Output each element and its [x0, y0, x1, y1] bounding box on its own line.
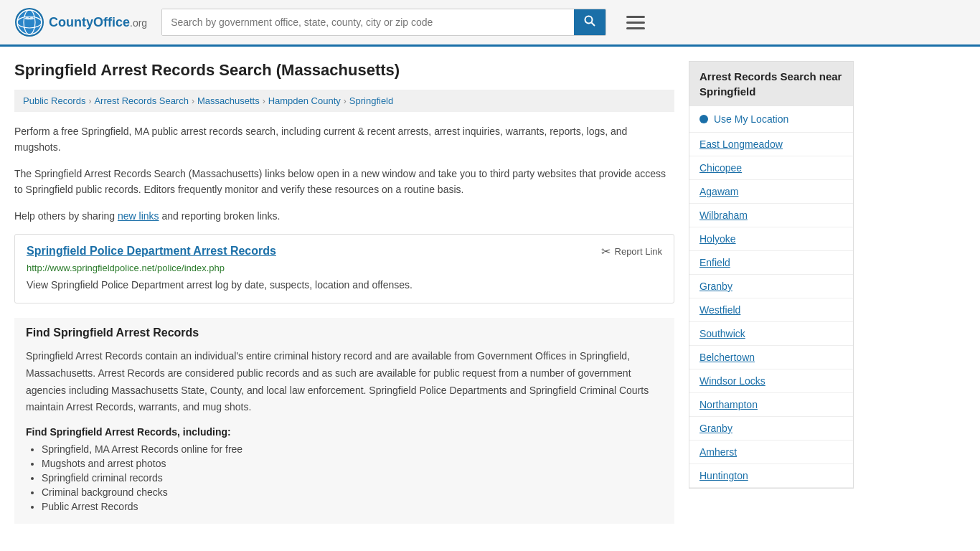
sidebar-nearby-link[interactable]: Granby: [689, 417, 853, 441]
list-item: Springfield criminal records: [42, 472, 663, 484]
breadcrumb-separator: ›: [263, 96, 265, 106]
find-section: Find Springfield Arrest Records Springfi…: [14, 318, 674, 524]
page-title: Springfield Arrest Records Search (Massa…: [14, 61, 674, 80]
list-item: Public Arrest Records: [42, 501, 663, 512]
hamburger-menu-button[interactable]: [621, 13, 651, 32]
sidebar-nearby-link[interactable]: Southwick: [689, 322, 853, 346]
menu-bar-1: [626, 16, 645, 18]
sidebar-nearby-link[interactable]: Huntington: [689, 464, 853, 488]
sidebar-nearby-link[interactable]: Agawam: [689, 180, 853, 204]
description-3: Help others by sharing new links and rep…: [14, 208, 674, 224]
sidebar-nearby-link[interactable]: Wilbraham: [689, 204, 853, 227]
sidebar-nearby-link[interactable]: Westfield: [689, 298, 853, 322]
description-1: Perform a free Springfield, MA public ar…: [14, 123, 674, 156]
site-header: CountyOffice.org: [0, 0, 980, 47]
find-list: Springfield, MA Arrest Records online fo…: [26, 443, 663, 512]
report-icon: ✂: [601, 245, 611, 258]
svg-line-6: [592, 23, 595, 27]
sidebar-title: Arrest Records Search near Springfield: [689, 62, 853, 106]
menu-bar-2: [626, 22, 645, 24]
use-my-location-button[interactable]: Use My Location: [689, 106, 853, 133]
record-url[interactable]: http://www.springfieldpolice.net/police/…: [27, 263, 662, 273]
logo-text: CountyOffice.org: [49, 15, 147, 29]
record-card-header: Springfield Police Department Arrest Rec…: [27, 245, 662, 258]
breadcrumb-item-4[interactable]: Springfield: [349, 95, 393, 106]
breadcrumb-item-3[interactable]: Hampden County: [268, 95, 341, 106]
breadcrumb-item-1[interactable]: Arrest Records Search: [94, 95, 189, 106]
sidebar: Arrest Records Search near Springfield U…: [689, 61, 854, 535]
svg-point-5: [585, 17, 593, 24]
sidebar-nearby-link[interactable]: Granby: [689, 275, 853, 298]
sidebar-nearby-link[interactable]: East Longmeadow: [689, 133, 853, 156]
sidebar-nearby-link[interactable]: Northampton: [689, 393, 853, 417]
search-input[interactable]: [162, 9, 574, 35]
breadcrumb-separator: ›: [344, 96, 347, 106]
menu-bar-3: [626, 27, 645, 29]
record-description: View Springfield Police Department arres…: [27, 278, 662, 293]
content-wrap: Springfield Arrest Records Search (Massa…: [0, 47, 980, 550]
search-bar: [161, 9, 606, 36]
find-sub-title: Find Springfield Arrest Records, includi…: [26, 426, 663, 438]
breadcrumb: Public Records›Arrest Records Search›Mas…: [14, 90, 674, 112]
sidebar-nearby-link[interactable]: Windsor Locks: [689, 369, 853, 393]
desc3-post: and reporting broken links.: [159, 210, 281, 222]
sidebar-nearby-link[interactable]: Amherst: [689, 441, 853, 464]
list-item: Criminal background checks: [42, 486, 663, 498]
find-section-body: Springfield Arrest Records contain an in…: [26, 348, 663, 416]
breadcrumb-separator: ›: [88, 96, 91, 106]
sidebar-nearby-link[interactable]: Enfield: [689, 251, 853, 275]
breadcrumb-separator: ›: [192, 96, 194, 106]
breadcrumb-item-2[interactable]: Massachusetts: [197, 95, 260, 106]
sidebar-nearby-link[interactable]: Belchertown: [689, 346, 853, 369]
location-icon: [699, 115, 708, 123]
list-item: Springfield, MA Arrest Records online fo…: [42, 443, 663, 455]
sidebar-links: East LongmeadowChicopeeAgawamWilbrahamHo…: [689, 133, 853, 488]
record-title-link[interactable]: Springfield Police Department Arrest Rec…: [27, 245, 276, 258]
breadcrumb-item-0[interactable]: Public Records: [23, 95, 85, 106]
sidebar-box: Arrest Records Search near Springfield U…: [689, 61, 854, 489]
sidebar-nearby-link[interactable]: Holyoke: [689, 227, 853, 251]
site-logo[interactable]: CountyOffice.org: [14, 7, 147, 37]
new-links-link[interactable]: new links: [118, 210, 159, 222]
report-link-label: Report Link: [615, 246, 662, 257]
description-2: The Springfield Arrest Records Search (M…: [14, 166, 674, 198]
use-my-location-label: Use My Location: [714, 113, 788, 125]
record-card: Springfield Police Department Arrest Rec…: [14, 234, 674, 303]
find-section-title: Find Springfield Arrest Records: [26, 326, 663, 339]
list-item: Mugshots and arrest photos: [42, 458, 663, 469]
main-content: Springfield Arrest Records Search (Massa…: [14, 61, 674, 535]
sidebar-nearby-link[interactable]: Chicopee: [689, 156, 853, 180]
search-icon: [584, 15, 595, 27]
logo-icon: [14, 7, 44, 37]
desc3-pre: Help others by sharing: [14, 210, 118, 222]
search-button[interactable]: [574, 9, 606, 35]
report-link-button[interactable]: ✂ Report Link: [601, 245, 662, 258]
